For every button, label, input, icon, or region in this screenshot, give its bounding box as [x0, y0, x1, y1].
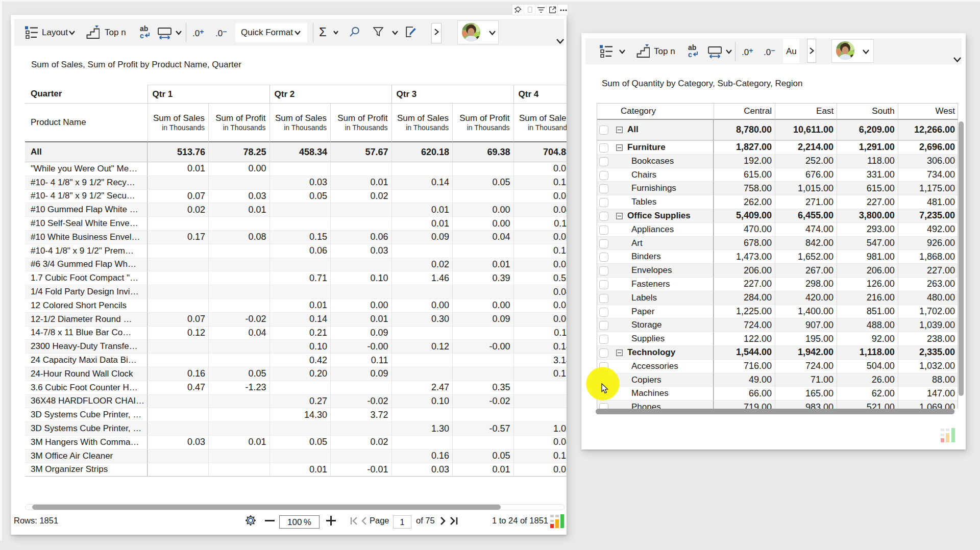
svg-text:c: c [688, 51, 692, 58]
svg-text:c: c [140, 32, 144, 39]
